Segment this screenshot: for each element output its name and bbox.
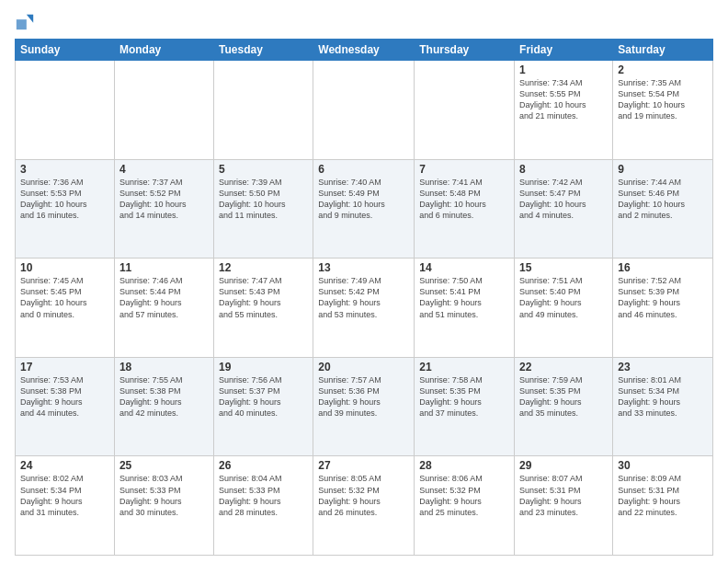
day-number: 7 (419, 163, 509, 176)
calendar-week-3: 10Sunrise: 7:45 AM Sunset: 5:45 PM Dayli… (16, 259, 713, 358)
weekday-header-sunday: Sunday (16, 40, 115, 61)
day-number: 1 (519, 63, 608, 76)
day-info: Sunrise: 7:46 AM Sunset: 5:44 PM Dayligh… (119, 275, 209, 320)
day-number: 2 (618, 63, 708, 76)
calendar-cell: 4Sunrise: 7:37 AM Sunset: 5:52 PM Daylig… (114, 159, 213, 259)
calendar-cell: 9Sunrise: 7:44 AM Sunset: 5:46 PM Daylig… (613, 159, 713, 259)
calendar-cell: 14Sunrise: 7:50 AM Sunset: 5:41 PM Dayli… (415, 259, 515, 358)
day-number: 11 (119, 261, 209, 274)
weekday-header-row: SundayMondayTuesdayWednesdayThursdayFrid… (16, 40, 713, 61)
day-info: Sunrise: 7:45 AM Sunset: 5:45 PM Dayligh… (20, 275, 109, 320)
calendar-table: SundayMondayTuesdayWednesdayThursdayFrid… (15, 39, 713, 556)
svg-rect-1 (17, 19, 27, 29)
day-info: Sunrise: 7:41 AM Sunset: 5:48 PM Dayligh… (419, 177, 509, 222)
calendar-cell: 6Sunrise: 7:40 AM Sunset: 5:49 PM Daylig… (313, 159, 415, 259)
logo-icon (15, 11, 35, 31)
calendar-cell (114, 61, 213, 160)
header (15, 11, 713, 31)
weekday-header-wednesday: Wednesday (313, 40, 415, 61)
day-number: 20 (318, 361, 409, 373)
day-info: Sunrise: 7:47 AM Sunset: 5:43 PM Dayligh… (219, 275, 308, 320)
day-number: 10 (20, 261, 109, 274)
calendar-cell: 17Sunrise: 7:53 AM Sunset: 5:38 PM Dayli… (16, 357, 115, 456)
calendar-cell: 28Sunrise: 8:06 AM Sunset: 5:32 PM Dayli… (415, 456, 515, 556)
day-info: Sunrise: 8:03 AM Sunset: 5:33 PM Dayligh… (119, 473, 209, 518)
calendar-cell: 11Sunrise: 7:46 AM Sunset: 5:44 PM Dayli… (114, 259, 213, 358)
day-info: Sunrise: 7:49 AM Sunset: 5:42 PM Dayligh… (318, 275, 409, 320)
day-number: 17 (20, 361, 109, 373)
logo (15, 11, 39, 31)
day-number: 13 (318, 261, 409, 274)
calendar-week-1: 1Sunrise: 7:34 AM Sunset: 5:55 PM Daylig… (16, 61, 713, 160)
day-info: Sunrise: 7:59 AM Sunset: 5:35 PM Dayligh… (519, 374, 608, 419)
calendar-cell: 5Sunrise: 7:39 AM Sunset: 5:50 PM Daylig… (214, 159, 313, 259)
weekday-header-monday: Monday (114, 40, 213, 61)
calendar-week-2: 3Sunrise: 7:36 AM Sunset: 5:53 PM Daylig… (16, 159, 713, 259)
day-number: 16 (618, 261, 708, 274)
calendar-cell: 2Sunrise: 7:35 AM Sunset: 5:54 PM Daylig… (613, 61, 713, 160)
day-info: Sunrise: 7:36 AM Sunset: 5:53 PM Dayligh… (20, 177, 109, 222)
day-info: Sunrise: 7:39 AM Sunset: 5:50 PM Dayligh… (219, 177, 308, 222)
weekday-header-thursday: Thursday (415, 40, 515, 61)
day-number: 18 (119, 361, 209, 373)
calendar-cell: 22Sunrise: 7:59 AM Sunset: 5:35 PM Dayli… (515, 357, 613, 456)
calendar-cell: 3Sunrise: 7:36 AM Sunset: 5:53 PM Daylig… (16, 159, 115, 259)
day-number: 26 (219, 459, 308, 472)
day-info: Sunrise: 8:06 AM Sunset: 5:32 PM Dayligh… (419, 473, 509, 518)
day-info: Sunrise: 7:42 AM Sunset: 5:47 PM Dayligh… (519, 177, 608, 222)
day-info: Sunrise: 7:44 AM Sunset: 5:46 PM Dayligh… (618, 177, 708, 222)
day-info: Sunrise: 7:53 AM Sunset: 5:38 PM Dayligh… (20, 374, 109, 419)
day-number: 14 (419, 261, 509, 274)
calendar-week-4: 17Sunrise: 7:53 AM Sunset: 5:38 PM Dayli… (16, 357, 713, 456)
calendar-cell: 12Sunrise: 7:47 AM Sunset: 5:43 PM Dayli… (214, 259, 313, 358)
calendar-cell: 16Sunrise: 7:52 AM Sunset: 5:39 PM Dayli… (613, 259, 713, 358)
day-number: 28 (419, 459, 509, 472)
day-info: Sunrise: 7:50 AM Sunset: 5:41 PM Dayligh… (419, 275, 509, 320)
calendar-cell (214, 61, 313, 160)
svg-marker-0 (27, 15, 33, 23)
day-info: Sunrise: 8:09 AM Sunset: 5:31 PM Dayligh… (618, 473, 708, 518)
day-info: Sunrise: 7:58 AM Sunset: 5:35 PM Dayligh… (419, 374, 509, 419)
day-info: Sunrise: 7:57 AM Sunset: 5:36 PM Dayligh… (318, 374, 409, 419)
day-info: Sunrise: 7:51 AM Sunset: 5:40 PM Dayligh… (519, 275, 608, 320)
day-number: 6 (318, 163, 409, 176)
calendar-cell: 27Sunrise: 8:05 AM Sunset: 5:32 PM Dayli… (313, 456, 415, 556)
day-info: Sunrise: 8:07 AM Sunset: 5:31 PM Dayligh… (519, 473, 608, 518)
calendar-week-5: 24Sunrise: 8:02 AM Sunset: 5:34 PM Dayli… (16, 456, 713, 556)
day-number: 8 (519, 163, 608, 176)
day-number: 29 (519, 459, 608, 472)
calendar-cell: 1Sunrise: 7:34 AM Sunset: 5:55 PM Daylig… (515, 61, 613, 160)
weekday-header-friday: Friday (515, 40, 613, 61)
calendar-cell: 7Sunrise: 7:41 AM Sunset: 5:48 PM Daylig… (415, 159, 515, 259)
day-number: 12 (219, 261, 308, 274)
calendar-cell: 30Sunrise: 8:09 AM Sunset: 5:31 PM Dayli… (613, 456, 713, 556)
calendar-cell: 29Sunrise: 8:07 AM Sunset: 5:31 PM Dayli… (515, 456, 613, 556)
day-number: 4 (119, 163, 209, 176)
day-info: Sunrise: 7:37 AM Sunset: 5:52 PM Dayligh… (119, 177, 209, 222)
calendar-cell: 25Sunrise: 8:03 AM Sunset: 5:33 PM Dayli… (114, 456, 213, 556)
day-info: Sunrise: 7:34 AM Sunset: 5:55 PM Dayligh… (519, 77, 608, 122)
calendar-cell: 21Sunrise: 7:58 AM Sunset: 5:35 PM Dayli… (415, 357, 515, 456)
day-number: 19 (219, 361, 308, 373)
weekday-header-saturday: Saturday (613, 40, 713, 61)
day-info: Sunrise: 7:56 AM Sunset: 5:37 PM Dayligh… (219, 374, 308, 419)
calendar-cell (313, 61, 415, 160)
calendar-cell: 24Sunrise: 8:02 AM Sunset: 5:34 PM Dayli… (16, 456, 115, 556)
calendar-cell: 26Sunrise: 8:04 AM Sunset: 5:33 PM Dayli… (214, 456, 313, 556)
day-number: 15 (519, 261, 608, 274)
calendar-cell: 23Sunrise: 8:01 AM Sunset: 5:34 PM Dayli… (613, 357, 713, 456)
day-info: Sunrise: 8:01 AM Sunset: 5:34 PM Dayligh… (618, 374, 708, 419)
calendar-cell: 20Sunrise: 7:57 AM Sunset: 5:36 PM Dayli… (313, 357, 415, 456)
calendar-cell: 8Sunrise: 7:42 AM Sunset: 5:47 PM Daylig… (515, 159, 613, 259)
day-info: Sunrise: 7:52 AM Sunset: 5:39 PM Dayligh… (618, 275, 708, 320)
day-info: Sunrise: 8:05 AM Sunset: 5:32 PM Dayligh… (318, 473, 409, 518)
day-number: 25 (119, 459, 209, 472)
day-info: Sunrise: 7:35 AM Sunset: 5:54 PM Dayligh… (618, 77, 708, 122)
day-info: Sunrise: 8:04 AM Sunset: 5:33 PM Dayligh… (219, 473, 308, 518)
day-info: Sunrise: 7:55 AM Sunset: 5:38 PM Dayligh… (119, 374, 209, 419)
day-number: 22 (519, 361, 608, 373)
day-number: 30 (618, 459, 708, 472)
calendar-cell: 13Sunrise: 7:49 AM Sunset: 5:42 PM Dayli… (313, 259, 415, 358)
day-info: Sunrise: 7:40 AM Sunset: 5:49 PM Dayligh… (318, 177, 409, 222)
weekday-header-tuesday: Tuesday (214, 40, 313, 61)
